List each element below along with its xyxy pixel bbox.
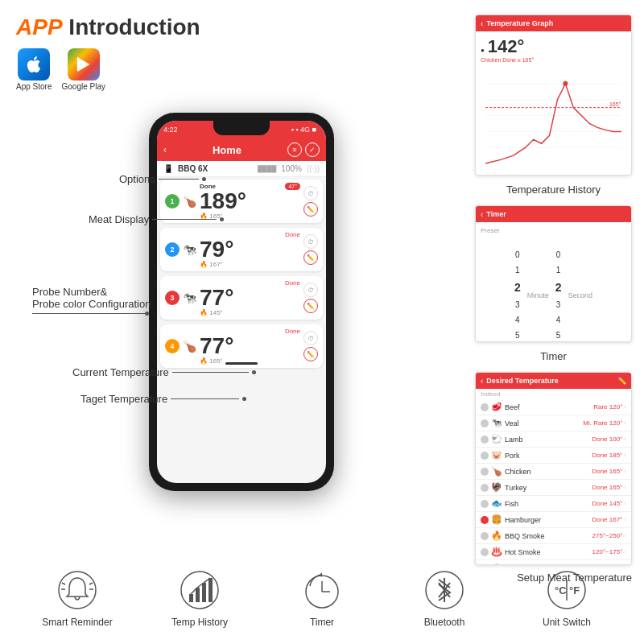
probe-edit-btn-2[interactable]: ✏️: [303, 250, 318, 265]
desired-hamburger-temp: Done 167°: [592, 516, 622, 523]
timer-min-0: 0: [515, 250, 520, 259]
desired-veal-check: [481, 419, 489, 427]
desired-pork[interactable]: 🐷 Pork Done 185° ›: [476, 448, 631, 464]
desired-hot[interactable]: ♨️ Hot Smoke 120°~175° ›: [476, 544, 631, 560]
desired-veal-icon: 🐄: [491, 418, 502, 428]
desired-chicken-check: [481, 468, 489, 476]
probe-number-3: 3: [165, 291, 180, 305]
back-icon: ‹: [163, 144, 167, 155]
probe-edit-btn-4[interactable]: ✏️: [303, 347, 318, 361]
desired-hamburger[interactable]: 🍔 Hamburger Done 167° ›: [476, 512, 631, 528]
probe-number-2: 2: [165, 242, 180, 257]
desired-veal[interactable]: 🐄 Veal Mi. Rare 120° ›: [476, 415, 631, 431]
desired-pork-check: [481, 452, 489, 460]
options-line: [159, 179, 199, 180]
probe-timer-btn-4[interactable]: ⏱: [303, 331, 318, 345]
timer-min-2: 2: [514, 281, 521, 294]
svg-text:°F: °F: [569, 584, 580, 597]
desired-bbq[interactable]: 🔥 BBQ Smoke 275°~250° ›: [476, 528, 631, 544]
desired-bbq-temp: 275°~250°: [592, 532, 623, 539]
desired-cold[interactable]: ❄️ Cold Smoke 65°~85° ›: [476, 560, 631, 565]
app-label: APP: [16, 14, 63, 39]
header: APP Introduction: [16, 14, 200, 40]
temp-graph-header: ‹ Temperature Graph: [476, 15, 631, 31]
temp-current-value: 142°: [488, 36, 525, 57]
desired-bbq-check: [481, 532, 489, 540]
unit-switch-symbol-icon: °C °F: [547, 570, 587, 610]
desired-beef[interactable]: 🥩 Beef Rare 120° ›: [476, 399, 631, 415]
feature-smart-reminder[interactable]: Smart Reminder: [41, 568, 114, 628]
feature-bluetooth[interactable]: Bluetooth: [408, 568, 481, 628]
meat-dot: [220, 217, 224, 221]
bottom-features: Smart Reminder Temp History: [0, 568, 644, 628]
timer-title: Timer: [486, 210, 506, 218]
desired-bbq-arrow: ›: [624, 532, 626, 539]
target-dot: [242, 397, 246, 401]
desired-lamb-arrow: ›: [624, 436, 626, 443]
svg-rect-17: [208, 578, 213, 602]
timer-sec-1: 1: [556, 266, 561, 275]
annotation-current-temp: Current Temperature: [72, 366, 256, 378]
svg-point-8: [59, 572, 96, 609]
desired-hot-check: [481, 548, 489, 556]
desired-turkey-check: [481, 484, 489, 492]
menu-icon[interactable]: ≡: [287, 142, 302, 157]
svg-rect-14: [189, 594, 193, 602]
target-line: [171, 398, 239, 399]
probe-meat-icon-2: 🐄: [183, 243, 196, 256]
desired-lamb-icon: 🐑: [491, 434, 502, 444]
svg-point-7: [563, 81, 568, 86]
desired-cold-arrow: ›: [624, 564, 626, 565]
timer-sec-3: 3: [556, 300, 561, 309]
timer-back: ‹: [481, 210, 483, 219]
desired-temp-panel: ‹ Desired Temperature ✏️ Indeed 🥩 Beef R…: [475, 372, 632, 565]
svg-text:°C: °C: [555, 584, 567, 597]
timer-second-label: Second: [568, 291, 593, 299]
probe-edit-btn-3[interactable]: ✏️: [303, 299, 318, 313]
timer-second-label-col: Second: [568, 291, 593, 299]
probe-edit-btn-1[interactable]: ✏️: [303, 202, 318, 217]
desired-back: ‹: [481, 377, 483, 386]
temp-subtitle: Chicken Done ≤ 165°: [481, 57, 626, 63]
smart-reminder-label: Smart Reminder: [42, 617, 112, 628]
desired-content: 🥩 Beef Rare 120° › 🐄 Veal Mi. Rare 120° …: [476, 399, 631, 565]
desired-fish[interactable]: 🐟 Fish Done 145° ›: [476, 496, 631, 512]
google-play-label: Google Play: [61, 82, 105, 91]
desired-fish-icon: 🐟: [491, 498, 502, 509]
google-play-badge[interactable]: Google Play: [61, 48, 105, 91]
app-store-badge[interactable]: App Store: [16, 48, 52, 91]
desired-turkey-temp: Done 165°: [592, 484, 622, 491]
desired-turkey[interactable]: 🦃 Turkey Done 165° ›: [476, 480, 631, 496]
current-dot: [252, 370, 256, 374]
probe-info-3: Done 77° 🔥 145°: [200, 279, 300, 316]
probe-dot: [145, 312, 149, 316]
settings-icon[interactable]: ✓: [305, 142, 320, 157]
probe-timer-btn-2[interactable]: ⏱: [303, 234, 318, 249]
desired-chicken[interactable]: 🍗 Chicken Done 165° ›: [476, 464, 631, 480]
feature-timer[interactable]: Timer: [286, 568, 358, 628]
desired-chicken-temp: Done 165°: [592, 468, 622, 475]
timer-feature-icon: [300, 568, 345, 612]
bluetooth-symbol-icon: [424, 570, 464, 610]
desired-lamb[interactable]: 🐑 Lamb Done 100° ›: [476, 431, 631, 448]
svg-marker-21: [320, 572, 322, 577]
meat-line: [152, 219, 217, 220]
temp-history-feature-label: Temp History: [171, 617, 228, 628]
temp-history-label: Temperature History: [475, 182, 632, 199]
feature-unit-switch[interactable]: °C °F Unit Switch: [530, 568, 603, 628]
timer-min-3: 3: [515, 300, 520, 309]
desired-turkey-arrow: ›: [624, 484, 626, 491]
desired-subtitle: Indeed: [476, 389, 631, 399]
feature-temp-history[interactable]: Temp History: [163, 568, 236, 628]
probe-timer-btn-3[interactable]: ⏱: [303, 283, 318, 297]
annotation-probe-label-1: Probe Number&: [32, 286, 151, 298]
desired-beef-temp: Rare 120°: [593, 403, 622, 411]
desired-chicken-icon: 🍗: [491, 466, 502, 477]
probe-timer-btn-1[interactable]: ⏱: [303, 186, 318, 200]
probe-info-2: Done 79° 🔥 167°: [200, 231, 300, 268]
google-play-icon: [68, 48, 100, 80]
bluetooth-feature-label: Bluetooth: [424, 617, 465, 628]
desired-bbq-icon: 🔥: [491, 530, 502, 541]
desired-hot-arrow: ›: [624, 548, 626, 555]
right-panels: ‹ Temperature Graph ● 142° Chicken Done …: [475, 14, 632, 565]
